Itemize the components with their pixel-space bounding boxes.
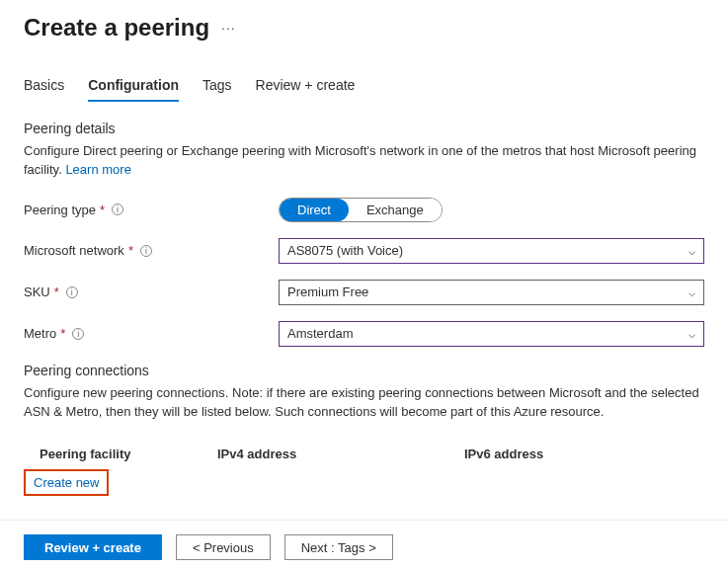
peering-type-control: Direct Exchange	[279, 198, 704, 222]
info-icon[interactable]: i	[66, 286, 78, 298]
tab-review-create[interactable]: Review + create	[256, 71, 356, 101]
required-marker: *	[100, 203, 105, 217]
microsoft-network-value: AS8075 (with Voice)	[287, 243, 403, 258]
label-metro-text: Metro	[24, 326, 56, 341]
info-icon[interactable]: i	[112, 203, 123, 215]
metro-value: Amsterdam	[287, 326, 353, 341]
review-create-button[interactable]: Review + create	[24, 534, 162, 560]
learn-more-link[interactable]: Learn more	[65, 162, 130, 177]
required-marker: *	[54, 284, 59, 299]
label-sku: SKU * i	[24, 284, 279, 299]
create-new-highlight: Create new	[24, 469, 109, 496]
peering-details-title: Peering details	[24, 121, 704, 136]
metro-select[interactable]: Amsterdam ⌵	[279, 321, 704, 347]
chevron-down-icon: ⌵	[688, 285, 695, 299]
next-button[interactable]: Next : Tags >	[284, 534, 393, 560]
label-peering-type: Peering type * i	[24, 203, 279, 217]
peering-connections-title: Peering connections	[24, 363, 704, 378]
row-metro: Metro * i Amsterdam ⌵	[24, 321, 704, 347]
peering-connections-description: Configure new peering connections. Note:…	[24, 384, 704, 422]
col-ipv4: IPv4 address	[217, 447, 464, 461]
previous-button[interactable]: < Previous	[176, 534, 271, 560]
tab-configuration[interactable]: Configuration	[88, 71, 179, 101]
label-microsoft-network-text: Microsoft network	[24, 243, 124, 258]
tabs: Basics Configuration Tags Review + creat…	[24, 71, 704, 101]
required-marker: *	[128, 243, 133, 258]
info-icon[interactable]: i	[140, 245, 152, 257]
col-ipv6: IPv6 address	[464, 447, 704, 461]
page-title: Create a peering	[24, 14, 209, 41]
label-microsoft-network: Microsoft network * i	[24, 243, 279, 258]
metro-control: Amsterdam ⌵	[279, 321, 704, 347]
required-marker: *	[60, 326, 65, 341]
label-sku-text: SKU	[24, 284, 50, 299]
sku-value: Premium Free	[287, 284, 368, 299]
peering-details-description: Configure Direct peering or Exchange pee…	[24, 142, 704, 180]
microsoft-network-select[interactable]: AS8075 (with Voice) ⌵	[279, 238, 704, 264]
row-sku: SKU * i Premium Free ⌵	[24, 280, 704, 305]
peering-type-direct[interactable]: Direct	[280, 199, 349, 221]
row-peering-type: Peering type * i Direct Exchange	[24, 198, 704, 222]
create-new-link[interactable]: Create new	[34, 475, 99, 490]
footer: Review + create < Previous Next : Tags >	[0, 520, 728, 569]
row-microsoft-network: Microsoft network * i AS8075 (with Voice…	[24, 238, 704, 264]
sku-select[interactable]: Premium Free ⌵	[279, 280, 704, 305]
chevron-down-icon: ⌵	[688, 244, 695, 258]
chevron-down-icon: ⌵	[688, 327, 695, 341]
more-icon[interactable]: ···	[221, 20, 236, 36]
peering-type-toggle[interactable]: Direct Exchange	[279, 198, 443, 222]
peering-type-exchange[interactable]: Exchange	[349, 199, 442, 221]
info-icon[interactable]: i	[72, 328, 84, 340]
title-row: Create a peering ···	[24, 14, 704, 41]
connections-table-header: Peering facility IPv4 address IPv6 addre…	[24, 439, 704, 471]
label-peering-type-text: Peering type	[24, 203, 96, 217]
tab-tags[interactable]: Tags	[202, 71, 232, 101]
col-peering-facility: Peering facility	[40, 447, 217, 461]
sku-control: Premium Free ⌵	[279, 280, 704, 305]
tab-basics[interactable]: Basics	[24, 71, 64, 101]
microsoft-network-control: AS8075 (with Voice) ⌵	[279, 238, 704, 264]
label-metro: Metro * i	[24, 326, 279, 341]
